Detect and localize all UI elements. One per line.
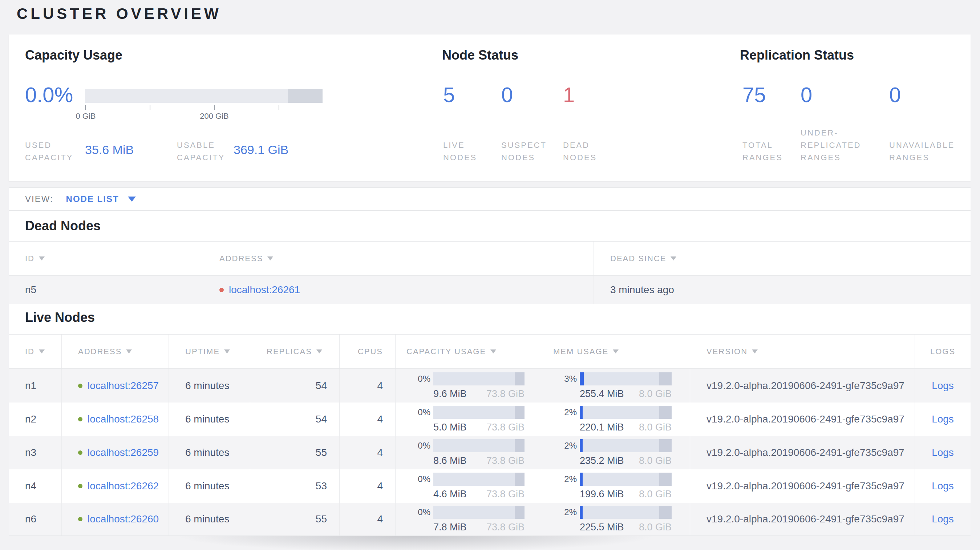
view-dropdown-value[interactable]: NODE LIST: [66, 194, 119, 204]
live-col-cpus[interactable]: CPUS: [340, 335, 396, 368]
dead-since-value: 3 minutes ago: [610, 284, 674, 296]
capacity-usage-cell: 0% 4.6 MiB 73.8 GiB: [396, 469, 542, 503]
mem-used-value: 235.2 MiB: [580, 455, 624, 466]
mem-bar-fill: [580, 439, 582, 452]
dead-nodes-label: DEAD NODES: [563, 139, 597, 164]
mem-pct: 3%: [550, 374, 577, 384]
axis-label-0: 0 GiB: [76, 111, 95, 121]
live-col-uptime[interactable]: UPTIME: [169, 335, 250, 368]
dead-node-id: n5: [9, 276, 203, 304]
mem-pct: 2%: [550, 507, 577, 517]
chevron-down-icon[interactable]: [128, 197, 136, 202]
capacity-usage-cell: 0% 7.8 MiB 73.8 GiB: [396, 503, 542, 536]
replicas-value: 55: [316, 513, 327, 525]
node-address-link[interactable]: localhost:26260: [88, 513, 159, 525]
dead-col-id[interactable]: ID: [9, 242, 203, 275]
node-id-value: n6: [25, 513, 36, 525]
mem-usage-cell: 2% 225.5 MiB 8.0 GiB: [542, 503, 690, 536]
mem-bar-other-segment: [659, 406, 671, 419]
version-value: v19.2.0-alpha.20190606-2491-gfe735c9a97: [706, 413, 904, 425]
usable-capacity-label: USABLE CAPACITY: [177, 139, 225, 164]
logs-link[interactable]: Logs: [932, 380, 954, 392]
capacity-bar-other-segment: [288, 89, 323, 103]
sort-caret-icon: [671, 256, 676, 261]
total-ranges-label: TOTAL RANGES: [743, 139, 783, 164]
logs-link[interactable]: Logs: [932, 480, 954, 492]
dead-status-dot-icon: [220, 288, 224, 292]
live-status-dot-icon: [78, 384, 83, 388]
used-label-line2: CAPACITY: [25, 151, 73, 164]
dead-col-dead-since-label: DEAD SINCE: [610, 254, 666, 263]
logs-link[interactable]: Logs: [932, 513, 954, 525]
view-label: VIEW:: [25, 194, 53, 204]
capacity-bar-track: [85, 89, 323, 103]
capacity-used-value: 7.8 MiB: [433, 522, 467, 533]
dead-col-id-label: ID: [25, 254, 35, 263]
dead-nodes-table-header: ID ADDRESS DEAD SINCE: [9, 241, 970, 276]
dead-node-address-link[interactable]: localhost:26261: [229, 284, 300, 296]
node-address-cell: localhost:26259: [62, 436, 169, 469]
node-address-link[interactable]: localhost:26259: [88, 447, 159, 458]
live-status-dot-icon: [78, 517, 83, 521]
live-label-line2: NODES: [443, 151, 477, 164]
capacity-total-value: 73.8 GiB: [486, 522, 525, 533]
node-address-link[interactable]: localhost:26258: [88, 413, 159, 425]
capacity-usage-cell: 0% 5.0 MiB 73.8 GiB: [396, 402, 542, 436]
node-id-cell: n3: [9, 436, 62, 469]
sort-caret-icon: [39, 256, 45, 261]
dead-node-row: n5 localhost:26261 3 minutes ago: [9, 276, 970, 304]
live-col-address[interactable]: ADDRESS: [62, 335, 169, 368]
node-uptime-cell: 6 minutes: [169, 402, 250, 436]
version-value: v19.2.0-alpha.20190606-2491-gfe735c9a97: [706, 513, 904, 525]
node-uptime-cell: 6 minutes: [169, 436, 250, 469]
node-id-value: n1: [25, 380, 36, 392]
live-col-capacity[interactable]: CAPACITY USAGE: [396, 335, 542, 368]
uptime-value: 6 minutes: [185, 480, 229, 492]
dead-col-address[interactable]: ADDRESS: [203, 242, 594, 275]
node-logs-cell: Logs: [915, 469, 970, 503]
node-uptime-cell: 6 minutes: [169, 503, 250, 536]
mem-total-value: 8.0 GiB: [639, 455, 671, 466]
live-col-id[interactable]: ID: [9, 335, 62, 368]
view-dropdown[interactable]: NODE LIST: [66, 194, 136, 204]
live-col-mem[interactable]: MEM USAGE: [542, 335, 690, 368]
live-col-replicas[interactable]: REPLICAS: [250, 335, 340, 368]
dead-nodes-count: 1: [563, 83, 574, 107]
node-address-cell: localhost:26260: [62, 503, 169, 536]
live-nodes-label: LIVE NODES: [443, 139, 477, 164]
cpus-value: 4: [377, 447, 383, 458]
node-address-link[interactable]: localhost:26257: [88, 380, 159, 392]
sort-caret-icon: [126, 350, 132, 353]
node-logs-cell: Logs: [915, 369, 970, 402]
node-id-cell: n1: [9, 369, 62, 402]
node-address-cell: localhost:26258: [62, 402, 169, 436]
logs-link[interactable]: Logs: [932, 413, 954, 425]
capacity-bar-other-segment: [515, 439, 525, 452]
axis-tick: [150, 105, 150, 110]
mem-total-value: 8.0 GiB: [639, 489, 671, 500]
capacity-usage-cell: 0% 8.6 MiB 73.8 GiB: [396, 436, 542, 469]
live-col-cpus-label: CPUS: [358, 347, 383, 356]
capacity-bar-other-segment: [515, 406, 525, 419]
suspect-label-line1: SUSPECT: [501, 139, 547, 151]
live-node-row: n3 localhost:26259 6 minutes 55 4 0% 8.6…: [9, 436, 970, 469]
mem-usage-cell: 2% 220.1 MiB 8.0 GiB: [542, 402, 690, 436]
mem-bar: [580, 473, 671, 486]
capacity-total-value: 73.8 GiB: [486, 422, 525, 433]
capacity-total-value: 73.8 GiB: [486, 489, 525, 500]
view-selector-bar: VIEW: NODE LIST: [9, 188, 970, 211]
dead-col-dead-since[interactable]: DEAD SINCE: [594, 242, 970, 275]
cluster-summary-card: Capacity Usage 0.0% 0 GiB 200 GiB USED C…: [9, 35, 970, 181]
usable-label-line1: USABLE: [177, 139, 225, 151]
logs-link[interactable]: Logs: [932, 447, 954, 458]
uptime-value: 6 minutes: [185, 513, 229, 525]
node-id-value: n2: [25, 413, 36, 425]
live-col-version[interactable]: VERSION: [690, 335, 915, 368]
capacity-pct: 0%: [403, 507, 430, 517]
used-capacity-value: 35.6 MiB: [85, 143, 134, 157]
capacity-bar: [433, 473, 525, 486]
node-address-cell: localhost:26262: [62, 469, 169, 503]
node-replicas-cell: 55: [250, 436, 340, 469]
usable-capacity-value: 369.1 GiB: [234, 143, 288, 157]
node-address-link[interactable]: localhost:26262: [88, 480, 159, 492]
